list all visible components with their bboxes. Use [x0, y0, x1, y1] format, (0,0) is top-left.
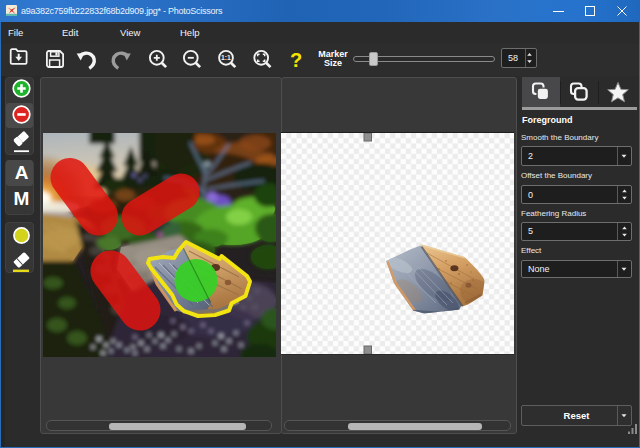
- svg-text:1:1: 1:1: [221, 54, 231, 61]
- svg-text:M: M: [14, 188, 30, 209]
- svg-text:?: ?: [290, 49, 302, 71]
- svg-text:A: A: [15, 162, 29, 183]
